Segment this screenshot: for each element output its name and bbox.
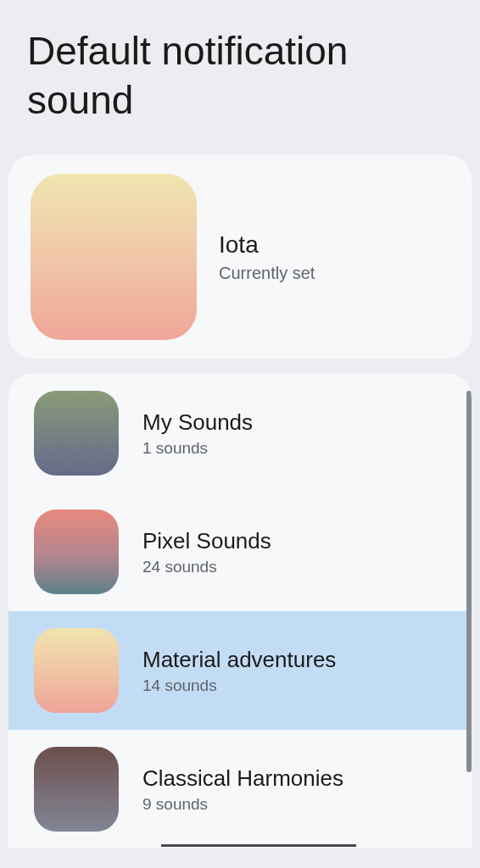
category-item-my-sounds[interactable]: My Sounds 1 sounds bbox=[8, 374, 472, 492]
current-sound-card[interactable]: Iota Currently set bbox=[8, 155, 472, 359]
category-name: Material adventures bbox=[142, 647, 336, 673]
category-name: Classical Harmonies bbox=[142, 765, 343, 792]
category-name: My Sounds bbox=[142, 409, 253, 436]
category-thumb bbox=[34, 628, 119, 713]
sound-category-list: My Sounds 1 sounds Pixel Sounds 24 sound… bbox=[8, 374, 472, 849]
current-sound-info: Iota Currently set bbox=[219, 231, 315, 283]
bottom-indicator bbox=[161, 844, 356, 847]
category-count: 24 sounds bbox=[142, 558, 271, 576]
category-thumb bbox=[34, 391, 119, 476]
category-thumb bbox=[34, 747, 119, 832]
current-sound-thumb bbox=[31, 174, 197, 340]
current-sound-name: Iota bbox=[219, 231, 315, 259]
category-item-pixel-sounds[interactable]: Pixel Sounds 24 sounds bbox=[8, 492, 472, 611]
scrollbar[interactable] bbox=[466, 391, 472, 772]
category-thumb bbox=[34, 509, 119, 594]
category-info: Classical Harmonies 9 sounds bbox=[142, 765, 343, 814]
category-item-classical-harmonies[interactable]: Classical Harmonies 9 sounds bbox=[8, 730, 472, 849]
category-info: Pixel Sounds 24 sounds bbox=[142, 528, 271, 576]
category-info: Material adventures 14 sounds bbox=[142, 647, 336, 695]
category-item-material-adventures[interactable]: Material adventures 14 sounds bbox=[8, 611, 472, 730]
category-count: 9 sounds bbox=[142, 795, 343, 814]
category-name: Pixel Sounds bbox=[142, 528, 271, 554]
category-count: 14 sounds bbox=[142, 676, 336, 695]
current-sound-label: Currently set bbox=[219, 264, 315, 283]
category-count: 1 sounds bbox=[142, 439, 253, 458]
page-title: Default notification sound bbox=[0, 0, 480, 125]
category-info: My Sounds 1 sounds bbox=[142, 409, 253, 458]
